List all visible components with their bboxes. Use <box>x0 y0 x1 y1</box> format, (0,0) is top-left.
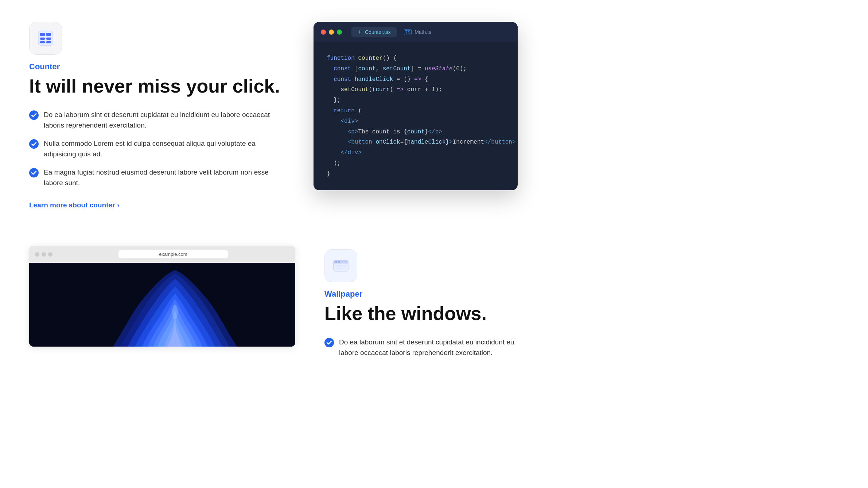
calculator-icon <box>36 29 55 47</box>
browser-url-bar[interactable]: example.com <box>118 250 228 258</box>
wallpaper-feature-list: Do ea laborum sint et deserunt cupidatat… <box>324 337 518 358</box>
wallpaper-headline: Like the windows. <box>324 303 518 324</box>
counter-tag: Counter <box>29 62 284 71</box>
browser-titlebar: example.com <box>29 246 295 263</box>
code-titlebar: ⚛ Counter.tsx TS Math.ts <box>314 22 518 42</box>
browser-maximize[interactable] <box>48 252 52 257</box>
svg-rect-18 <box>335 268 343 269</box>
browser-content-area <box>29 263 295 347</box>
svg-rect-5 <box>40 41 45 43</box>
svg-point-7 <box>29 110 39 120</box>
browser-traffic-lights <box>35 252 52 257</box>
code-editor-window: ⚛ Counter.tsx TS Math.ts function Counte… <box>314 22 518 190</box>
browser-mockup: example.com <box>29 246 295 347</box>
check-icon <box>29 168 39 177</box>
browser-close[interactable] <box>35 252 39 257</box>
wallpaper-preview-svg <box>29 263 295 347</box>
code-content: function Counter() { const [count, setCo… <box>314 42 518 190</box>
wallpaper-section: example.com <box>29 246 518 371</box>
svg-point-8 <box>29 139 39 149</box>
tab-counter-tsx[interactable]: ⚛ Counter.tsx <box>351 27 397 37</box>
svg-rect-4 <box>46 38 51 40</box>
check-icon <box>29 139 39 149</box>
learn-more-counter-link[interactable]: Learn more about counter › <box>29 201 119 209</box>
svg-point-16 <box>338 261 340 263</box>
close-button[interactable] <box>321 30 326 35</box>
counter-feature-list: Do ea laborum sint et deserunt cupidatat… <box>29 110 284 188</box>
svg-rect-6 <box>46 41 51 43</box>
chevron-right-icon: › <box>117 202 119 209</box>
typescript-icon: TS <box>404 29 412 35</box>
svg-rect-3 <box>40 38 45 40</box>
list-item: Do ea laborum sint et deserunt cupidatat… <box>324 337 518 358</box>
window-icon <box>332 257 350 275</box>
check-icon <box>324 338 334 347</box>
check-icon <box>29 110 39 120</box>
minimize-button[interactable] <box>329 30 334 35</box>
counter-content-left: Counter It will never miss your click. D… <box>29 22 284 209</box>
counter-headline: It will never miss your click. <box>29 76 284 97</box>
counter-app-icon <box>29 22 62 55</box>
maximize-button[interactable] <box>337 30 342 35</box>
browser-minimize[interactable] <box>42 252 46 257</box>
svg-rect-17 <box>335 265 346 266</box>
wallpaper-tag: Wallpaper <box>324 289 518 299</box>
editor-tabs: ⚛ Counter.tsx TS Math.ts <box>351 27 437 37</box>
list-item: Do ea laborum sint et deserunt cupidatat… <box>29 110 284 130</box>
wallpaper-content-right: Wallpaper Like the windows. Do ea laboru… <box>324 246 518 371</box>
svg-point-11 <box>172 305 178 319</box>
tab-math-ts[interactable]: TS Math.ts <box>398 27 437 37</box>
traffic-lights <box>321 30 342 35</box>
svg-point-9 <box>29 168 39 177</box>
svg-point-19 <box>324 338 334 347</box>
list-item: Nulla commodo Lorem est id culpa consequ… <box>29 138 284 159</box>
react-icon: ⚛ <box>357 29 362 35</box>
list-item: Ea magna fugiat nostrud eiusmod deserunt… <box>29 167 284 188</box>
wallpaper-app-icon <box>324 249 357 282</box>
svg-rect-2 <box>46 33 51 36</box>
counter-section: Counter It will never miss your click. D… <box>29 22 518 209</box>
svg-point-15 <box>335 261 337 263</box>
svg-rect-1 <box>40 33 45 36</box>
